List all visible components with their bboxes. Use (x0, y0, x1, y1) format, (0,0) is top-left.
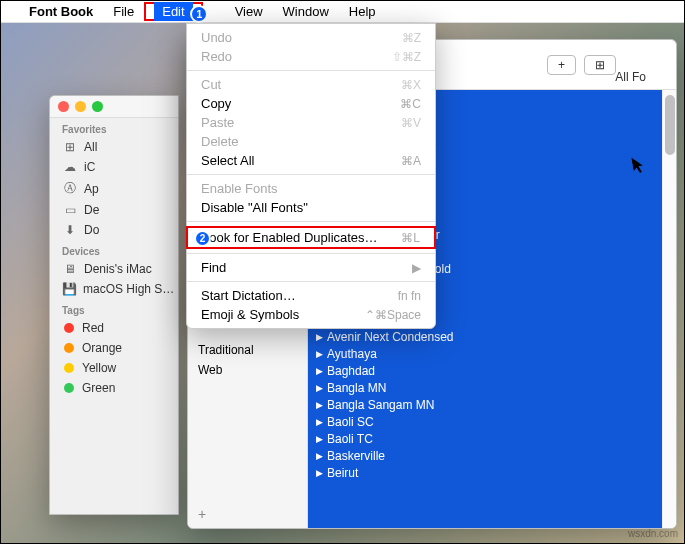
font-item[interactable]: ▶Baskerville (308, 447, 662, 464)
tag-item[interactable]: Orange (50, 338, 178, 358)
menu-redo: Redo⇧⌘Z (187, 47, 435, 66)
separator (187, 174, 435, 175)
watermark: wsxdn.com (628, 528, 678, 539)
grid-toggle[interactable]: ⊞ (584, 55, 616, 75)
menu-edit[interactable]: Edit (154, 2, 192, 21)
disclosure-icon: ▶ (316, 332, 323, 342)
font-item[interactable]: ▶Beirut (308, 464, 662, 481)
computer-icon: 🖥 (62, 262, 78, 276)
menu-app[interactable]: Font Book (19, 2, 103, 21)
menu-copy[interactable]: Copy⌘C (187, 94, 435, 113)
font-item[interactable]: ▶Bangla MN (308, 379, 662, 396)
disclosure-icon: ▶ (316, 383, 323, 393)
disclosure-icon: ▶ (316, 468, 323, 478)
downloads-icon: ⬇ (62, 223, 78, 237)
tag-dot-icon (64, 323, 74, 333)
tag-item[interactable]: Green (50, 378, 178, 398)
menu-look-for-duplicates[interactable]: 2 Look for Enabled Duplicates…⌘L (186, 226, 436, 249)
tag-item[interactable]: Red (50, 318, 178, 338)
disclosure-icon: ▶ (316, 451, 323, 461)
tag-dot-icon (64, 343, 74, 353)
sidebar-item[interactable]: ⒶAp (50, 177, 178, 200)
disclosure-icon: ▶ (316, 400, 323, 410)
font-item[interactable]: ▶Baoli TC (308, 430, 662, 447)
font-item[interactable]: ▶Avenir Next Condensed (308, 328, 662, 345)
separator (187, 221, 435, 222)
zoom-icon[interactable] (92, 101, 103, 112)
menu-select-all[interactable]: Select All⌘A (187, 151, 435, 170)
sidebar-item[interactable]: ▭De (50, 200, 178, 220)
add-collection-button[interactable]: + (198, 506, 206, 522)
collection-item[interactable]: Web (188, 360, 307, 380)
apps-icon: Ⓐ (62, 180, 78, 197)
favorites-heading: Favorites (50, 118, 178, 137)
disk-icon: 💾 (62, 282, 77, 296)
collection-label: All Fo (615, 70, 646, 84)
font-item[interactable]: ▶Bangla Sangam MN (308, 396, 662, 413)
separator (187, 253, 435, 254)
font-item[interactable]: ▶Ayuthaya (308, 345, 662, 362)
font-item[interactable]: ▶Baoli SC (308, 413, 662, 430)
finder-titlebar (50, 96, 178, 118)
menu-edit-highlight: Edit 1 (144, 2, 202, 21)
menubar: Font Book File Edit 1 View Window Help (1, 1, 684, 23)
tags-heading: Tags (50, 299, 178, 318)
menu-cut: Cut⌘X (187, 75, 435, 94)
menu-disable-fonts[interactable]: Disable "All Fonts" (187, 198, 435, 217)
sidebar-item[interactable]: ☁iC (50, 157, 178, 177)
tag-item[interactable]: Yellow (50, 358, 178, 378)
grid-icon: ⊞ (62, 140, 78, 154)
menu-emoji-symbols[interactable]: Emoji & Symbols⌃⌘Space (187, 305, 435, 324)
menu-file[interactable]: File (103, 2, 144, 21)
tag-dot-icon (64, 383, 74, 393)
separator (187, 281, 435, 282)
collection-item[interactable]: Traditional (188, 340, 307, 360)
close-icon[interactable] (58, 101, 69, 112)
desktop-icon: ▭ (62, 203, 78, 217)
callout-badge-2: 2 (194, 230, 211, 247)
devices-heading: Devices (50, 240, 178, 259)
menu-view[interactable]: View (225, 2, 273, 21)
font-item[interactable]: ▶Baghdad (308, 362, 662, 379)
menu-paste: Paste⌘V (187, 113, 435, 132)
sidebar-item[interactable]: 💾macOS High S… (50, 279, 178, 299)
menu-find[interactable]: Find▶ (187, 258, 435, 277)
scrollbar[interactable] (662, 90, 676, 528)
disclosure-icon: ▶ (316, 417, 323, 427)
menu-help[interactable]: Help (339, 2, 386, 21)
cloud-icon: ☁ (62, 160, 78, 174)
callout-badge-1: 1 (190, 5, 208, 23)
menu-start-dictation[interactable]: Start Dictation…fn fn (187, 286, 435, 305)
sidebar-item[interactable]: 🖥Denis's iMac (50, 259, 178, 279)
menu-undo: Undo⌘Z (187, 28, 435, 47)
edit-menu: Undo⌘Z Redo⇧⌘Z Cut⌘X Copy⌘C Paste⌘V Dele… (186, 23, 436, 329)
disclosure-icon: ▶ (316, 434, 323, 444)
tag-dot-icon (64, 363, 74, 373)
sidebar-item[interactable]: ⬇Do (50, 220, 178, 240)
scroll-thumb[interactable] (665, 95, 675, 155)
menu-enable-fonts: Enable Fonts (187, 179, 435, 198)
menu-window[interactable]: Window (273, 2, 339, 21)
disclosure-icon: ▶ (316, 366, 323, 376)
disclosure-icon: ▶ (316, 349, 323, 359)
menu-delete: Delete (187, 132, 435, 151)
add-button[interactable]: + (547, 55, 576, 75)
sidebar-item[interactable]: ⊞All (50, 137, 178, 157)
finder-window: Favorites ⊞All ☁iC ⒶAp ▭De ⬇Do Devices 🖥… (49, 95, 179, 515)
separator (187, 70, 435, 71)
minimize-icon[interactable] (75, 101, 86, 112)
